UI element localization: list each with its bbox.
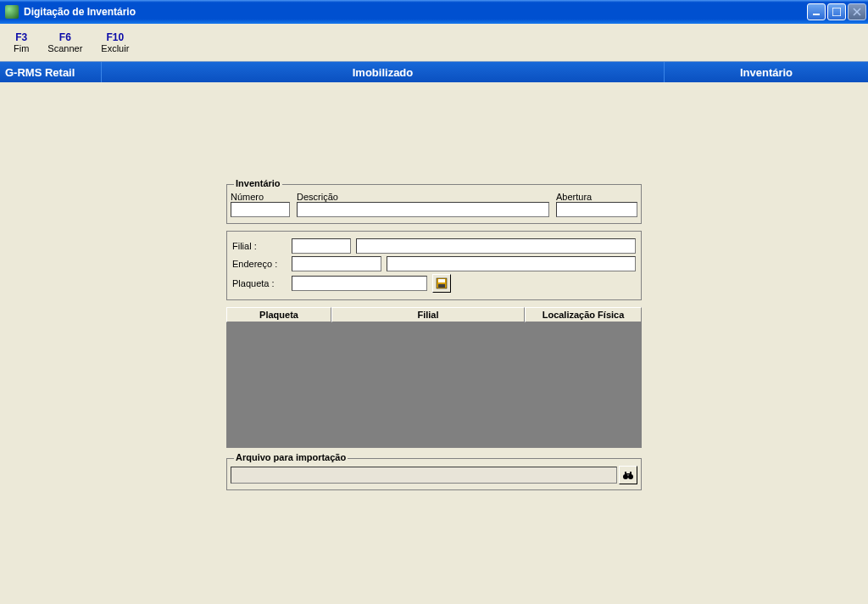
- fieldset-import: Arquivo para importação: [226, 458, 642, 490]
- label-descricao: Descrição: [297, 192, 549, 202]
- fieldset-inventario: Inventário Número Descrição Abertura: [226, 184, 642, 224]
- maximize-button[interactable]: [827, 3, 846, 20]
- fieldset-details: Filial : Endereço : Plaqueta :: [226, 231, 642, 300]
- legend-import: Arquivo para importação: [234, 452, 348, 462]
- close-button: [848, 3, 866, 20]
- input-import-path[interactable]: [231, 467, 617, 484]
- label-filial: Filial :: [232, 241, 287, 251]
- toolbar-key: F3: [15, 31, 27, 43]
- svg-rect-0: [813, 14, 820, 15]
- app-icon: [5, 5, 19, 19]
- table-header: Plaqueta Filial Localização Física: [226, 307, 642, 322]
- input-numero[interactable]: [231, 202, 290, 217]
- window-title: Digitação de Inventário: [24, 6, 136, 18]
- window-titlebar: Digitação de Inventário: [0, 0, 868, 24]
- binoculars-icon: [622, 469, 634, 481]
- toolbar-label: Fim: [14, 43, 29, 53]
- legend-inventario: Inventário: [234, 178, 282, 188]
- input-abertura[interactable]: [556, 202, 637, 217]
- close-icon: [853, 8, 861, 16]
- label-abertura: Abertura: [556, 192, 637, 202]
- input-endereco-code[interactable]: [292, 256, 381, 271]
- window-controls: [807, 3, 866, 20]
- browse-button[interactable]: [619, 466, 637, 484]
- label-endereco: Endereço :: [232, 259, 287, 269]
- titlebar-left: Digitação de Inventário: [5, 5, 136, 19]
- nav-section[interactable]: Inventário: [665, 62, 868, 82]
- th-localizacao[interactable]: Localização Física: [525, 307, 642, 322]
- th-filial[interactable]: Filial: [331, 307, 525, 322]
- nav-module[interactable]: Imobilizado: [102, 62, 665, 82]
- svg-rect-9: [625, 472, 626, 475]
- toolbar-fim[interactable]: F3 Fim: [5, 30, 37, 55]
- minimize-icon: [812, 8, 821, 16]
- svg-rect-6: [438, 284, 445, 288]
- toolbar-scanner[interactable]: F6 Scanner: [39, 30, 91, 55]
- navbar: G-RMS Retail Imobilizado Inventário: [0, 62, 868, 82]
- input-descricao[interactable]: [297, 202, 549, 217]
- save-button[interactable]: [432, 274, 451, 293]
- toolbar-label: Excluir: [101, 43, 129, 53]
- svg-rect-11: [626, 473, 630, 475]
- minimize-button[interactable]: [807, 3, 826, 20]
- nav-brand[interactable]: G-RMS Retail: [0, 62, 102, 82]
- toolbar: F3 Fim F6 Scanner F10 Excluir: [0, 24, 868, 62]
- svg-rect-1: [832, 8, 841, 16]
- toolbar-key: F6: [59, 31, 71, 43]
- save-icon: [436, 277, 448, 289]
- input-endereco-name[interactable]: [387, 256, 636, 271]
- input-plaqueta[interactable]: [292, 276, 427, 291]
- toolbar-excluir[interactable]: F10 Excluir: [92, 30, 137, 55]
- data-table: Plaqueta Filial Localização Física: [226, 307, 642, 448]
- label-numero: Número: [231, 192, 290, 202]
- svg-rect-10: [630, 472, 632, 475]
- toolbar-key: F10: [106, 31, 124, 43]
- input-filial-name[interactable]: [356, 238, 636, 254]
- maximize-icon: [832, 8, 841, 16]
- svg-rect-5: [438, 279, 445, 282]
- table-body[interactable]: [226, 322, 642, 448]
- form-area: Inventário Número Descrição Abertura F: [226, 184, 642, 497]
- label-plaqueta: Plaqueta :: [232, 278, 287, 288]
- input-filial-code[interactable]: [292, 238, 351, 254]
- content-area: Inventário Número Descrição Abertura F: [0, 82, 868, 497]
- th-plaqueta[interactable]: Plaqueta: [226, 307, 331, 322]
- toolbar-label: Scanner: [47, 43, 82, 53]
